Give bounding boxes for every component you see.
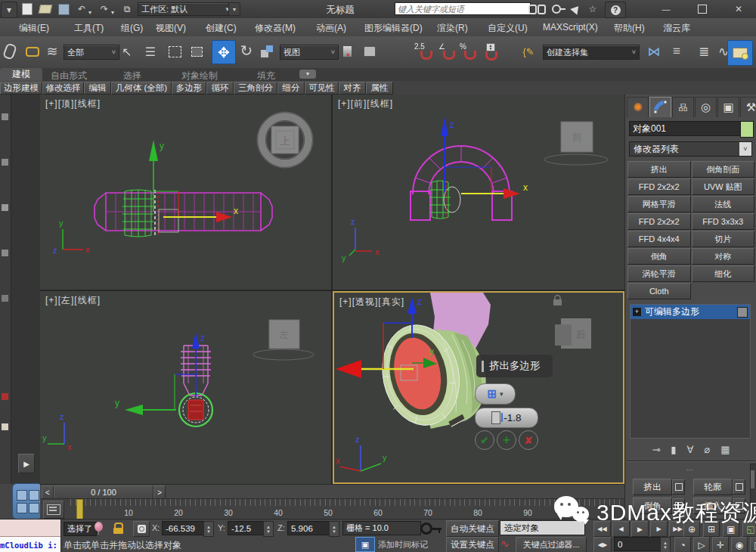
percent-snap-icon[interactable]: % xyxy=(460,40,479,63)
search-input[interactable] xyxy=(395,2,531,15)
next-frame-button[interactable]: > xyxy=(153,485,166,499)
favorites-star-icon[interactable]: ☆ xyxy=(585,2,600,17)
rollout-extrude-button[interactable]: 挤出 xyxy=(633,479,672,495)
ribbon-panel-tris[interactable]: 三角剖分 xyxy=(234,82,277,95)
set-key-button[interactable]: 设置关键点 xyxy=(446,537,499,552)
tab-hierarchy[interactable]: 品 xyxy=(672,97,694,117)
maximize-viewport-toggle-icon[interactable]: ◲ xyxy=(750,537,756,552)
stack-expand-icon[interactable]: + xyxy=(633,308,641,316)
fov-icon[interactable]: ▷ xyxy=(693,537,710,552)
zoom-extents-icon[interactable]: ▣ xyxy=(723,521,739,537)
current-frame-field[interactable]: 0 xyxy=(614,537,667,551)
menu-maxscript[interactable]: MAXScript(X) xyxy=(543,22,598,33)
workspace-dropdown[interactable]: 工作区: 默认▾ xyxy=(138,2,233,16)
viewport-perspective-label[interactable]: [+][透视][真实] xyxy=(339,296,404,309)
add-time-tag[interactable]: 添加时间标记 xyxy=(378,539,440,550)
ribbon-panel-visibility[interactable]: 可见性 xyxy=(305,82,339,95)
panel-scrollbar[interactable] xyxy=(750,464,756,518)
rollout-outline-settings-icon[interactable] xyxy=(733,479,745,495)
workspace-flyout-icon[interactable]: ▾ xyxy=(228,2,240,16)
track-bar[interactable]: 0 10 20 30 40 50 60 70 80 90 100 xyxy=(40,498,624,519)
ribbon-panel-polygons[interactable]: 多边形 xyxy=(172,82,206,95)
rollout-extrude-settings-icon[interactable] xyxy=(672,479,685,495)
tab-display[interactable]: ▣ xyxy=(717,97,739,117)
menu-liuyunku[interactable]: 溜云库 xyxy=(663,22,690,35)
tab-create[interactable]: ✺ xyxy=(627,97,649,117)
named-selection-sets-dropdown[interactable]: 创建选择集˅ xyxy=(543,45,640,60)
stack-onoff-icon[interactable] xyxy=(737,307,748,318)
snaps-toggle-icon[interactable]: 2.5 xyxy=(414,40,437,63)
orbit-icon[interactable]: ◉ xyxy=(731,537,748,552)
menu-help[interactable]: 帮助(H) xyxy=(614,22,645,35)
maximize-button[interactable] xyxy=(686,0,718,17)
quick-access-overflow-icon[interactable]: ▾ xyxy=(1,2,17,18)
ribbon-panel-modify-selection[interactable]: 修改选择 xyxy=(42,82,84,95)
lock-selection-icon[interactable] xyxy=(113,523,124,534)
go-to-start-button[interactable]: ◀◀ xyxy=(593,521,611,537)
select-by-name-icon[interactable]: ☰ xyxy=(141,42,160,61)
tab-modify[interactable] xyxy=(649,97,671,117)
zoom-icon[interactable]: ⊕ xyxy=(683,521,700,537)
menu-animation[interactable]: 动画(A) xyxy=(316,22,346,35)
play-button[interactable]: ▶ xyxy=(631,521,649,537)
select-and-scale-icon[interactable] xyxy=(257,42,277,61)
save-icon[interactable] xyxy=(56,2,71,17)
mod-cloth-button[interactable]: Cloth xyxy=(627,283,691,299)
viewport-top[interactable]: [+][顶][线框] 上 xyxy=(40,95,331,290)
rollout-outline-button[interactable]: 轮廓 xyxy=(693,479,733,495)
open-file-icon[interactable] xyxy=(38,2,53,17)
ribbon-panel-align[interactable]: 对齐 xyxy=(339,82,366,95)
help-icon[interactable]: ? xyxy=(605,2,626,18)
scrollbar-thumb[interactable] xyxy=(751,470,754,488)
viewport-perspective[interactable]: [+][透视][真实] xyxy=(333,291,624,484)
redo-flyout-icon[interactable]: ▾ xyxy=(109,5,116,20)
set-key-icon[interactable] xyxy=(420,520,443,537)
viewport-top-label[interactable]: [+][顶][线框] xyxy=(45,98,101,110)
mod-symmetry-button[interactable]: 对称 xyxy=(692,248,755,265)
next-key-button[interactable]: ▶ xyxy=(650,521,668,537)
key-filters-curve-icon[interactable]: ∿ xyxy=(500,538,510,550)
unlink-selection-icon[interactable] xyxy=(23,42,42,61)
mirror-icon[interactable]: ⋈ xyxy=(644,42,664,61)
viewport-front[interactable]: [+][前][线框] 前 z xyxy=(333,95,624,290)
layer-manager-icon[interactable]: ≣ xyxy=(694,42,714,61)
tab-motion[interactable]: ◎ xyxy=(695,97,717,117)
open-mini-curve-editor-icon[interactable] xyxy=(43,501,64,519)
select-and-link-icon[interactable] xyxy=(0,42,20,61)
window-crossing-icon[interactable] xyxy=(187,42,206,61)
expand-tray-button[interactable]: ▶ xyxy=(18,454,35,473)
previous-frame-button[interactable]: < xyxy=(42,485,54,499)
caddy-apply-button[interactable]: + xyxy=(497,430,516,450)
select-and-move-icon[interactable]: ✥ xyxy=(212,40,236,64)
y-spinner[interactable]: ▲▼ xyxy=(263,521,274,537)
rollout-bevel-button[interactable]: 倒角 xyxy=(633,498,672,514)
object-color-swatch[interactable] xyxy=(740,121,754,138)
time-marker[interactable] xyxy=(76,499,83,520)
selection-lock-balloon-icon[interactable] xyxy=(94,522,104,535)
selection-set-dropdown[interactable]: 选定对象 xyxy=(500,520,585,535)
ribbon-panel-poly-modeling[interactable]: 边形建模 xyxy=(0,82,42,95)
previous-key-button[interactable]: ◀ xyxy=(612,521,630,537)
caddy-group-dropdown[interactable]: ⊞ ▾ xyxy=(475,383,516,405)
make-unique-icon[interactable]: ∀ xyxy=(687,444,694,455)
align-icon[interactable]: ≡ xyxy=(667,42,686,61)
caddy-ok-button[interactable]: ✔ xyxy=(475,430,494,450)
viewport-front-label[interactable]: [+][前][线框] xyxy=(338,98,393,110)
listener-macro-line[interactable] xyxy=(0,519,60,537)
mod-meshsmooth-button[interactable]: 网格平滑 xyxy=(627,196,691,212)
ribbon-panel-subdivision[interactable]: 细分 xyxy=(277,82,305,95)
frame-spinner[interactable]: ▲▼ xyxy=(660,537,671,552)
rollout-inset-button[interactable]: 插入 xyxy=(693,498,733,514)
close-button[interactable]: ✕ xyxy=(723,0,754,17)
selection-filter-dropdown[interactable]: 全部˅ xyxy=(64,45,119,60)
key-mode-toggle[interactable]: ◀▶ xyxy=(593,537,612,552)
license-key-icon[interactable] xyxy=(549,2,564,17)
menu-tools[interactable]: 工具(T) xyxy=(74,22,104,35)
mod-bevel-profile-button[interactable]: 倒角剖面 xyxy=(692,161,755,178)
mod-ffd2b-button[interactable]: FFD 2x2x2 xyxy=(627,213,691,230)
mod-chamfer-button[interactable]: 倒角 xyxy=(627,248,691,265)
spinner-snap-icon[interactable]: ▲▼ xyxy=(481,40,500,63)
mod-uvw-map-button[interactable]: UVW 贴图 xyxy=(692,178,755,195)
tab-utilities[interactable]: ⚒ xyxy=(740,97,756,117)
edit-named-selection-sets-icon[interactable]: {✎ xyxy=(519,42,538,61)
